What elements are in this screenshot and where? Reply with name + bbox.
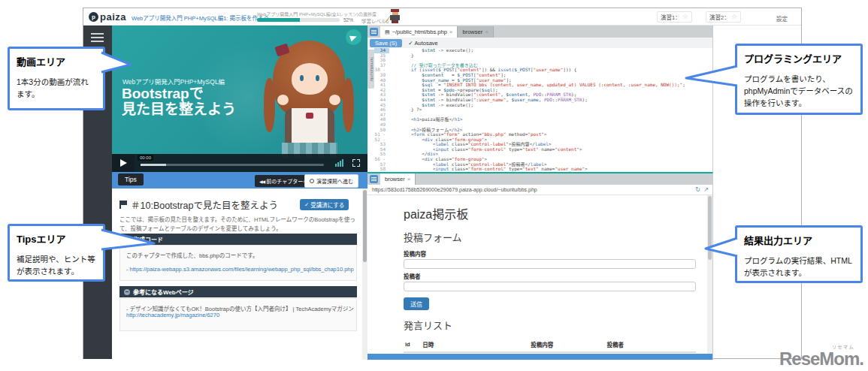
brand-name: paiza: [100, 11, 126, 23]
code-line: 48 <h1>paiza掲示板</h1>: [374, 117, 712, 122]
callout-arrow: [702, 234, 739, 261]
video-time: 00:00: [138, 155, 153, 161]
menu-icon[interactable]: [91, 33, 104, 42]
code-area[interactable]: 34 $stmt -> execute();35 }3637 // 受け取ったデ…: [374, 48, 712, 172]
progress-bar: [257, 18, 340, 22]
column-header: 投稿内容: [529, 337, 605, 352]
play-icon: [120, 159, 127, 167]
resemom-logo: リセマム ReseMom.: [779, 343, 863, 368]
code-download-link[interactable]: - https://paiza-webapp.s3.amazonaws.com/…: [126, 266, 354, 273]
page: p paiza Webアプリ開発入門 PHP+MySQL編1: 掲示板を作ろう …: [0, 0, 868, 371]
rewind-icon: ◀◀: [259, 179, 265, 184]
exercise2-badge[interactable]: 演習2： ☆: [706, 11, 741, 23]
horizontal-scrollbar[interactable]: [367, 354, 712, 360]
form-title: 投稿フォーム: [404, 230, 696, 244]
reference-link[interactable]: http://techacademy.jp/magazine/6270: [126, 312, 219, 318]
content-label: 投稿内容: [404, 249, 696, 258]
browser-menu-icon[interactable]: [370, 175, 378, 183]
tips-scrollbar[interactable]: [362, 189, 367, 360]
check-icon: ✓: [304, 201, 309, 208]
posts-table: id日時投稿内容投稿者 12016-10-16 01:00:00こんにちは削除: [404, 337, 696, 354]
fullscreen-icon[interactable]: [352, 159, 360, 167]
video-player[interactable]: Webアプリ開発入門PHP+MySQL編 Bootstrapで 見た目を整えよう…: [112, 26, 367, 172]
callout-tips-area: Tipsエリア 補足説明や、ヒント等が表示されます。: [8, 224, 105, 282]
close-icon[interactable]: ×: [449, 29, 453, 35]
column-header: [652, 337, 696, 352]
tips-pane: ＃10:Bootstrapで見た目を整えよう ✓ 受講済にする ここでは、掲示板…: [112, 189, 367, 360]
progress-fill: [257, 18, 300, 22]
code-line: 45 $stmt -> execute();: [374, 103, 712, 108]
settings-link[interactable]: 設定: [776, 14, 788, 23]
column-header: 日時: [421, 337, 529, 352]
content-input[interactable]: [404, 259, 696, 269]
play-button[interactable]: [112, 154, 135, 172]
author-label: 投稿者: [404, 272, 696, 280]
exercise1-badge[interactable]: 演習1： ☆: [657, 11, 692, 23]
column-header: id: [404, 337, 421, 352]
progress-label: Webアプリ開発入門 PHP+MySQL編(全1レッスン)の進捗度: [257, 11, 377, 17]
url-bar[interactable]: https://583cd1758b5269000e290679.paiza-a…: [367, 185, 712, 195]
volume-icon[interactable]: [335, 159, 343, 167]
browser-vertical-scrollbar[interactable]: [707, 195, 712, 354]
browser-output-pane: browser × https://583cd1758b5269000e2906…: [367, 172, 713, 360]
list-title: 発言リスト: [404, 318, 696, 332]
callout-output-area: 結果出力エリア プログラムの実行結果、HTMLが表示されます。: [735, 225, 863, 283]
star-icon: ☆: [731, 14, 737, 20]
collapse-icon: [124, 289, 130, 295]
submit-button[interactable]: 送信: [404, 297, 429, 310]
editor-menu-icon[interactable]: [370, 28, 378, 36]
close-icon[interactable]: ×: [485, 29, 488, 35]
author-input[interactable]: [404, 282, 696, 291]
tab-browser[interactable]: browser ×: [458, 26, 493, 38]
tab-browser-preview[interactable]: browser ×: [380, 173, 416, 185]
callout-arrow: [99, 48, 134, 78]
callout-programming-area: プログラミングエリア プログラムを書いたり、phpMyAdminでデータベースの…: [735, 44, 863, 115]
file-icon: ▤: [385, 29, 390, 35]
go-to-exercise-button[interactable]: 演習課題へ進む: [304, 174, 358, 188]
mark-done-button[interactable]: ✓ 受講済にする: [300, 199, 349, 210]
home-ubuntu-tab[interactable]: home/ubuntu: [367, 50, 374, 89]
page-title: paiza掲示板: [404, 204, 696, 222]
line-number: 58: [374, 167, 389, 172]
chapter-title: ＃10:Bootstrapで見た目を整えよう: [131, 198, 278, 212]
character-illustration: [261, 39, 357, 159]
top-bar: p paiza Webアプリ開発入門 PHP+MySQL編1: 掲示板を作ろう …: [83, 8, 801, 26]
callout-arrow: [99, 225, 158, 255]
paper-plane-icon[interactable]: [346, 29, 361, 45]
circle-icon: [310, 179, 314, 183]
browser-tab-bar: browser ×: [367, 173, 712, 185]
code-line: 58 <input class="form-control" type="tex…: [374, 167, 712, 172]
reload-icon[interactable]: ↻: [695, 186, 700, 193]
video-title: Bootstrapで 見た目を整えよう: [122, 86, 236, 117]
save-button[interactable]: Save (S): [370, 39, 402, 47]
progress-percent: 52%: [343, 17, 353, 23]
editor-tab-bar: ▤ ~/public_html/bbs.php × browser ×: [367, 26, 712, 38]
star-icon: ☆: [682, 14, 688, 20]
callout-video-area: 動画エリア 1本3分の動画が流れます。: [8, 47, 105, 110]
autosave-toggle[interactable]: ✓ Autosave: [408, 40, 438, 47]
video-seekbar[interactable]: [141, 164, 324, 166]
code-line: 46 } ?>: [374, 107, 712, 113]
editor-save-bar: Save (S) ✓ Autosave: [367, 38, 712, 48]
code-line: 35 }: [374, 53, 712, 59]
lesson-title[interactable]: Webアプリ開発入門 PHP+MySQL編1: 掲示板を作ろう: [132, 14, 269, 22]
tips-toolbar: Tips ◀◀ 前のチャプターへ 演習課題へ進む: [112, 172, 367, 189]
url-text: https://583cd1758b5269000e290679.paiza-a…: [372, 187, 537, 192]
tab-bbs-php[interactable]: ▤ ~/public_html/bbs.php ×: [380, 26, 458, 38]
section-header-reference[interactable]: 参考になるWebページ: [119, 286, 357, 297]
pixel-avatar[interactable]: [389, 9, 402, 25]
tips-button[interactable]: Tips: [118, 173, 144, 186]
callout-arrow: [682, 62, 739, 92]
chapter-heading: ＃10:Bootstrapで見た目を整えよう: [119, 198, 278, 212]
close-icon[interactable]: ×: [407, 176, 411, 182]
rendered-page: paiza掲示板 投稿フォーム 投稿内容 投稿者 送信 発言リスト id日時投稿…: [367, 195, 706, 354]
column-header: 投稿者: [605, 337, 652, 352]
code-line: 34 $stmt -> execute();: [374, 48, 712, 53]
video-controls: 00:00: [112, 154, 367, 172]
check-icon: ✓: [408, 40, 413, 47]
flag-icon: [119, 201, 127, 209]
video-series-label: Webアプリ開発入門PHP+MySQL編: [122, 77, 225, 86]
code-editor-pane: ▤ ~/public_html/bbs.php × browser × Save…: [367, 26, 713, 172]
paiza-logo[interactable]: p paiza: [89, 11, 126, 23]
open-external-icon[interactable]: ↗: [703, 186, 709, 193]
